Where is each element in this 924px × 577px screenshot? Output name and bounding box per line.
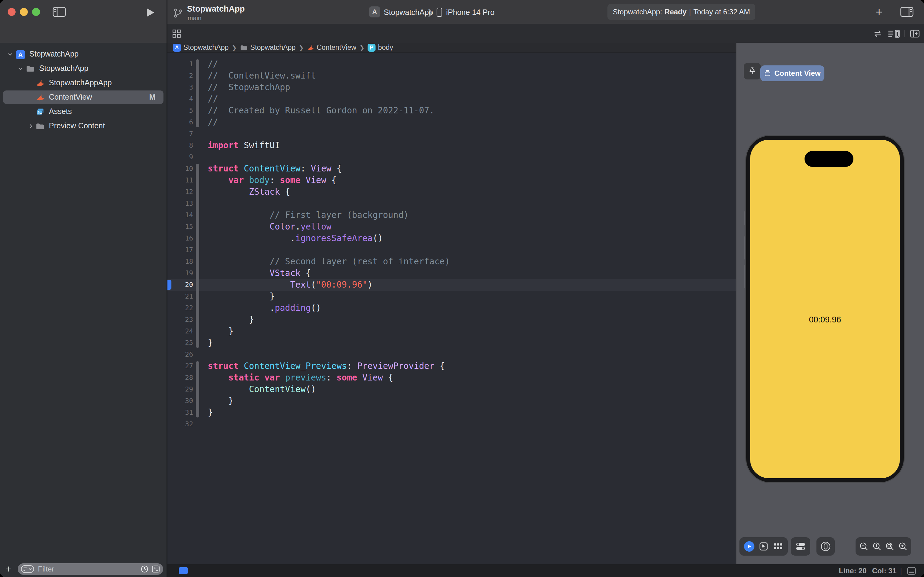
line-number[interactable]: 1 xyxy=(167,58,193,70)
code-line-10[interactable]: 10struct ContentView: View { xyxy=(167,163,736,174)
zoom-100-button[interactable] xyxy=(872,542,882,551)
add-file-button[interactable]: + xyxy=(5,563,11,575)
editor-layout-icon[interactable] xyxy=(906,566,917,575)
code-line-4[interactable]: 4// xyxy=(167,93,736,105)
line-number[interactable]: 21 xyxy=(167,291,193,302)
line-col-indicator[interactable]: Line: 20 Col: 31 xyxy=(839,567,897,575)
line-number[interactable]: 6 xyxy=(167,116,193,128)
line-number[interactable]: 26 xyxy=(167,349,193,360)
run-button[interactable] xyxy=(146,8,155,17)
code-line-30[interactable]: 30 } xyxy=(167,395,736,407)
recent-filter-clock-icon[interactable] xyxy=(140,565,148,573)
disclosure-triangle[interactable] xyxy=(7,52,13,57)
line-number[interactable]: 14 xyxy=(167,210,193,221)
swap-editor-icon[interactable] xyxy=(872,29,883,39)
code-line-21[interactable]: 21 } xyxy=(167,291,736,302)
line-number[interactable]: 19 xyxy=(167,268,193,279)
line-number[interactable]: 2 xyxy=(167,70,193,82)
line-number[interactable]: 29 xyxy=(167,384,193,395)
library-plus-button[interactable]: + xyxy=(876,5,882,19)
sidebar-divider[interactable] xyxy=(167,0,167,577)
line-number[interactable]: 18 xyxy=(167,256,193,268)
iphone-preview-device[interactable]: 00:09.96 xyxy=(746,136,904,482)
line-number[interactable]: 15 xyxy=(167,221,193,232)
line-number[interactable]: 10 xyxy=(167,163,193,174)
line-number[interactable]: 28 xyxy=(167,372,193,384)
selectable-mode-button[interactable] xyxy=(759,542,768,551)
code-line-22[interactable]: 22 .padding() xyxy=(167,302,736,314)
line-number[interactable]: 9 xyxy=(167,151,193,163)
code-line-1[interactable]: 1// xyxy=(167,58,736,70)
line-number[interactable]: 22 xyxy=(167,302,193,314)
zoom-in-button[interactable] xyxy=(898,542,908,551)
zoom-out-button[interactable] xyxy=(859,542,869,551)
editor-options-icon[interactable] xyxy=(887,29,901,39)
line-number[interactable]: 8 xyxy=(167,140,193,151)
pin-preview-button[interactable] xyxy=(744,63,761,79)
preview-target-pill[interactable]: Content View xyxy=(760,65,824,81)
code-line-24[interactable]: 24 } xyxy=(167,326,736,337)
add-editor-icon[interactable] xyxy=(910,29,920,39)
code-line-14[interactable]: 14 // First layer (background) xyxy=(167,210,736,221)
code-line-25[interactable]: 25} xyxy=(167,337,736,349)
source-editor[interactable]: 1//2// ContentView.swift3// StopwatchApp… xyxy=(167,53,736,564)
line-number[interactable]: 23 xyxy=(167,314,193,326)
sidebar-item-stopwatchapp[interactable]: StopwatchApp xyxy=(0,61,167,76)
toggle-right-sidebar-icon[interactable] xyxy=(900,7,914,17)
sidebar-item-assets[interactable]: Assets xyxy=(0,105,167,119)
sidebar-item-stopwatchappapp[interactable]: StopwatchAppApp xyxy=(0,76,167,90)
line-number[interactable]: 27 xyxy=(167,360,193,372)
line-number[interactable]: 3 xyxy=(167,82,193,93)
code-line-31[interactable]: 31} xyxy=(167,407,736,418)
live-preview-button[interactable] xyxy=(744,541,754,552)
line-number[interactable]: 7 xyxy=(167,128,193,140)
device-settings-button[interactable] xyxy=(795,542,806,551)
line-number[interactable]: 5 xyxy=(167,105,193,116)
device-bezel-button[interactable] xyxy=(820,541,831,552)
sidebar-item-contentview[interactable]: ContentViewM xyxy=(0,90,167,105)
code-line-3[interactable]: 3// StopwatchApp xyxy=(167,82,736,93)
code-line-27[interactable]: 27struct ContentView_Previews: PreviewPr… xyxy=(167,360,736,372)
code-line-29[interactable]: 29 ContentView() xyxy=(167,384,736,395)
related-items-icon[interactable] xyxy=(172,29,182,39)
code-line-26[interactable]: 26 xyxy=(167,349,736,360)
code-line-2[interactable]: 2// ContentView.swift xyxy=(167,70,736,82)
code-line-7[interactable]: 7 xyxy=(167,128,736,140)
scheme-device[interactable]: iPhone 14 Pro xyxy=(446,8,494,17)
variants-mode-button[interactable] xyxy=(773,542,784,551)
breadcrumb-symbol[interactable]: P body xyxy=(368,44,393,52)
scheme-app-icon[interactable]: A xyxy=(369,6,380,18)
breadcrumb-file[interactable]: ContentView xyxy=(307,44,356,52)
toggle-left-sidebar-icon[interactable] xyxy=(53,7,66,17)
filter-input[interactable] xyxy=(37,564,137,574)
zoom-fit-button[interactable] xyxy=(885,542,895,551)
line-number[interactable]: 16 xyxy=(167,232,193,244)
code-line-23[interactable]: 23 } xyxy=(167,314,736,326)
code-line-32[interactable]: 32 xyxy=(167,418,736,430)
code-line-20[interactable]: 20 Text("00:09.96") xyxy=(167,279,736,291)
line-number[interactable]: 12 xyxy=(167,186,193,198)
code-line-18[interactable]: 18 // Second layer (rest of interface) xyxy=(167,256,736,268)
zoom-window-button[interactable] xyxy=(32,8,40,16)
line-number[interactable]: 20 xyxy=(167,279,193,291)
code-line-28[interactable]: 28 static var previews: some View { xyxy=(167,372,736,384)
line-number[interactable]: 25 xyxy=(167,337,193,349)
line-number[interactable]: 11 xyxy=(167,174,193,186)
breadcrumb-group[interactable]: StopwatchApp xyxy=(240,44,295,52)
code-line-19[interactable]: 19 VStack { xyxy=(167,268,736,279)
disclosure-triangle[interactable] xyxy=(28,124,34,129)
code-line-9[interactable]: 9 xyxy=(167,151,736,163)
code-line-6[interactable]: 6// xyxy=(167,116,736,128)
breadcrumb-project[interactable]: A StopwatchApp xyxy=(173,44,229,52)
scheme-project[interactable]: StopwatchApp xyxy=(384,8,433,17)
sidebar-item-stopwatchapp[interactable]: AStopwatchApp xyxy=(0,47,167,61)
code-line-12[interactable]: 12 ZStack { xyxy=(167,186,736,198)
line-number[interactable]: 17 xyxy=(167,244,193,256)
line-number[interactable]: 30 xyxy=(167,395,193,407)
scope-filter-icon[interactable] xyxy=(151,565,160,573)
code-line-11[interactable]: 11 var body: some View { xyxy=(167,174,736,186)
code-line-17[interactable]: 17 xyxy=(167,244,736,256)
code-line-13[interactable]: 13 xyxy=(167,198,736,210)
line-number[interactable]: 13 xyxy=(167,198,193,210)
code-line-16[interactable]: 16 .ignoresSafeArea() xyxy=(167,232,736,244)
